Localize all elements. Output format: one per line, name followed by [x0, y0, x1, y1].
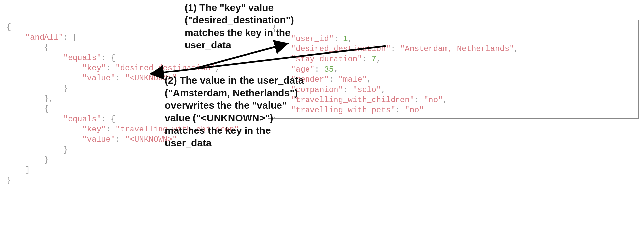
json-key: "value": [82, 74, 115, 83]
json-key: "andAll": [25, 33, 63, 42]
json-string: "no": [405, 106, 424, 115]
json-string: "<UNKNOWN>": [125, 74, 177, 83]
json-number: 35: [324, 65, 334, 74]
json-key: "value": [82, 135, 115, 144]
punct: :: [414, 96, 424, 104]
json-number: 7: [371, 55, 376, 64]
json-key: "desired_destination": [291, 44, 391, 53]
user-data-json: { "user_id": 1, "desired_destination": "…: [272, 23, 638, 119]
punct: :: [391, 44, 400, 53]
punct: : [: [63, 33, 77, 42]
punct: :: [334, 34, 343, 43]
json-key: "key": [82, 64, 106, 72]
punct: :: [106, 64, 115, 72]
brace: }: [63, 84, 68, 93]
punct: :: [315, 65, 324, 74]
json-key: "equals": [63, 115, 101, 124]
json-key: "user_id": [291, 34, 334, 43]
query-json-box: { "andAll": [ { "equals": { "key": "desi…: [4, 20, 261, 188]
punct: ,: [215, 64, 220, 72]
diagram-canvas: { "andAll": [ { "equals": { "key": "desi…: [0, 0, 644, 232]
json-number: 1: [343, 34, 348, 43]
punct: : {: [101, 115, 115, 124]
brace: ]: [25, 166, 30, 175]
punct: :: [362, 55, 372, 64]
brace: },: [44, 94, 54, 103]
json-key: "travelling_with_pets": [291, 106, 395, 115]
user-data-json-box: { "user_id": 1, "desired_destination": "…: [268, 20, 639, 119]
punct: ,: [376, 55, 381, 64]
punct: :: [106, 125, 115, 134]
json-string: "solo": [353, 85, 381, 94]
brace: }: [6, 176, 11, 185]
punct: : {: [101, 53, 115, 62]
query-json: { "andAll": [ { "equals": { "key": "desi…: [6, 22, 261, 186]
punct: ,: [334, 65, 338, 74]
punct: :: [115, 135, 125, 144]
brace: {: [44, 43, 49, 52]
punct: ,: [514, 44, 519, 53]
json-key: "equals": [63, 53, 101, 62]
json-key: "age": [291, 65, 315, 74]
brace: }: [63, 145, 68, 154]
brace: {: [6, 23, 11, 32]
brace: }: [272, 116, 277, 119]
json-string: "male": [338, 75, 367, 84]
json-key: "stay_duration": [291, 55, 362, 64]
json-string: "<UNKNOWN>": [125, 135, 177, 144]
punct: :: [115, 74, 125, 83]
punct: :: [329, 75, 338, 84]
brace: {: [44, 104, 49, 113]
punct: ,: [381, 85, 386, 94]
brace: {: [272, 24, 277, 33]
punct: ,: [348, 34, 352, 43]
json-string: "desired_destination": [115, 64, 215, 72]
punct: :: [395, 106, 405, 115]
punct: ,: [239, 125, 244, 134]
json-string: "Amsterdam, Netherlands": [400, 44, 514, 53]
json-key: "companion": [291, 85, 343, 94]
json-key: "key": [82, 125, 106, 134]
punct: ,: [367, 75, 371, 84]
json-string: "travelling_with_children": [115, 125, 239, 134]
punct: ,: [443, 96, 448, 104]
json-key: "travelling_with_children": [291, 96, 414, 104]
json-string: "no": [424, 96, 443, 104]
punct: :: [343, 85, 353, 94]
brace: }: [44, 156, 49, 164]
json-key: "gender": [291, 75, 329, 84]
